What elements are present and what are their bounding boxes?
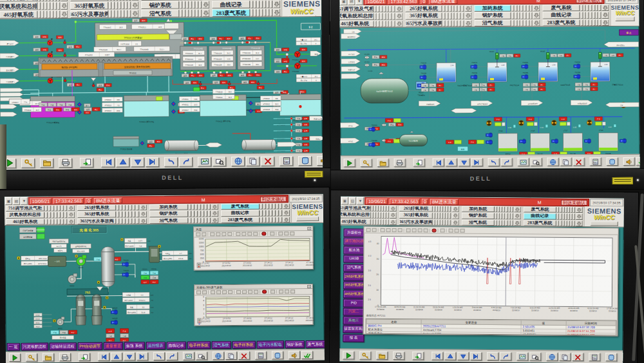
nav-segment-button[interactable]	[189, 9, 192, 17]
nav-button-465好氧系统[interactable]: 465好氧系统	[341, 219, 371, 225]
nav-segment-button[interactable]	[459, 20, 461, 26]
toolbar-runtime-start-button[interactable]	[343, 351, 354, 359]
nav-segment-button[interactable]	[186, 1, 189, 9]
nav-dropdown-button[interactable]	[390, 206, 397, 211]
toolbar-back-button[interactable]	[488, 158, 500, 166]
trendtool-filter-button[interactable]	[366, 228, 371, 231]
menu-button-一返[interactable]: 一 返	[7, 343, 20, 351]
nav-dropdown-button[interactable]	[533, 12, 540, 19]
nav-segment-button[interactable]	[41, 0, 44, 1]
toolbar-go-first-button[interactable]	[101, 157, 115, 167]
nav-segment-button[interactable]	[433, 206, 435, 211]
nav-segment-button[interactable]	[571, 213, 573, 219]
nav-segment-button[interactable]	[48, 205, 51, 211]
nav-dropdown-button[interactable]	[576, 221, 583, 226]
alarm-window-icon[interactable]: ▣	[340, 0, 347, 5]
trendtool-scale-button[interactable]	[285, 289, 289, 293]
nav-dropdown-button[interactable]	[283, 203, 290, 209]
nav-segment-button[interactable]	[208, 217, 211, 223]
nav-dropdown-button[interactable]	[395, 13, 402, 19]
trendtool-pause-button[interactable]	[418, 228, 422, 232]
toolbar-import-data-button[interactable]	[412, 351, 424, 360]
nav-segment-button[interactable]	[52, 219, 54, 224]
nav-segment-button[interactable]	[123, 218, 126, 224]
nav-segment-button[interactable]	[192, 217, 194, 223]
nav-segment-button[interactable]	[61, 212, 64, 218]
trend-plot[interactable]	[381, 236, 613, 308]
nav-segment-button[interactable]	[498, 213, 500, 219]
alarm-printer-icon[interactable]: ▤	[349, 197, 356, 205]
nav-segment-button[interactable]	[270, 210, 272, 216]
nav-segment-button[interactable]	[511, 220, 513, 226]
menu-button-锅炉系统[interactable]: 锅炉系统	[285, 340, 304, 348]
nav-segment-button[interactable]	[433, 213, 435, 219]
logo-small-button[interactable]	[591, 221, 618, 226]
logo-small-button[interactable]	[296, 217, 318, 221]
nav-segment-button[interactable]	[599, 5, 601, 11]
nav-dropdown-button[interactable]	[283, 217, 290, 222]
nav-button-废气系统[interactable]: 废气系统	[543, 5, 580, 12]
nav-segment-button[interactable]	[436, 206, 438, 211]
nav-segment-button[interactable]	[518, 19, 520, 26]
trendtool-scale-button[interactable]	[284, 231, 289, 235]
nav-segment-button[interactable]	[387, 219, 389, 225]
toolbar-picture-view-button[interactable]	[183, 352, 194, 360]
nav-segment-button[interactable]	[583, 5, 586, 11]
trendtool-print-button[interactable]	[270, 289, 275, 293]
trendtool-magnifier-button[interactable]	[236, 290, 241, 294]
nav-segment-button[interactable]	[115, 1, 118, 9]
nav-segment-button[interactable]	[273, 203, 276, 209]
nav-segment-button[interactable]	[117, 211, 119, 217]
toolbar-forward-button[interactable]	[501, 158, 513, 166]
nav-segment-button[interactable]	[374, 212, 375, 218]
nav-segment-button[interactable]	[267, 210, 269, 216]
toolbar-go-up-button[interactable]	[111, 353, 122, 361]
nav-segment-button[interactable]	[446, 206, 448, 212]
nav-segment-button[interactable]	[433, 219, 435, 225]
nav-segment-button[interactable]	[129, 211, 132, 217]
nav-segment-button[interactable]	[506, 213, 507, 219]
menu-button-电子秤系统[interactable]: 电子秤系统	[232, 341, 255, 349]
nav-button-265好氧系统[interactable]: 265好氧系统	[77, 205, 116, 211]
toolbar-web-navigator-button[interactable]	[213, 351, 224, 360]
nav-segment-button[interactable]	[560, 207, 562, 213]
nav-segment-button[interactable]	[443, 13, 446, 19]
nav-segment-button[interactable]	[503, 206, 505, 212]
nav-segment-button[interactable]	[439, 213, 440, 219]
nav-segment-button[interactable]	[125, 0, 128, 1]
nav-dropdown-button[interactable]	[68, 219, 75, 224]
manual-valve-icon[interactable]	[254, 41, 257, 44]
nav-segment-button[interactable]	[441, 219, 443, 225]
nav-button-465好氧系统[interactable]: 465好氧系统	[0, 10, 38, 18]
toolbar-web-navigator-button[interactable]	[546, 353, 558, 361]
nav-dropdown-button[interactable]	[464, 5, 471, 12]
nav-dropdown-button[interactable]	[211, 217, 218, 223]
toolbar-delete-button[interactable]	[238, 351, 250, 360]
nav-segment-button[interactable]	[390, 20, 392, 26]
nav-segment-button[interactable]	[58, 219, 61, 224]
trendtool-step-back-button[interactable]	[386, 228, 391, 231]
menu-button-温控报表[interactable]: 温控报表	[146, 342, 165, 349]
nav-segment-button[interactable]	[120, 211, 122, 217]
nav-segment-button[interactable]	[573, 207, 575, 213]
nav-button-365好氧系统[interactable]: 365好氧系统	[77, 211, 116, 218]
nav-segment-button[interactable]	[371, 206, 373, 211]
nav-segment-button[interactable]	[518, 12, 520, 19]
nav-button-751调节池及气柜[interactable]: 751调节池及气柜	[341, 205, 371, 211]
nav-segment-button[interactable]	[495, 220, 497, 226]
nav-segment-button[interactable]	[126, 211, 129, 217]
nav-segment-button[interactable]	[180, 1, 182, 9]
nav-segment-button[interactable]	[524, 5, 526, 12]
toolbar-forward-button[interactable]	[166, 352, 178, 360]
trendtool-stop-record-button[interactable]	[261, 232, 266, 236]
nav-segment-button[interactable]	[117, 218, 119, 224]
nav-segment-button[interactable]	[515, 19, 517, 26]
toolbar-database-button[interactable]	[605, 353, 617, 361]
nav-segment-button[interactable]	[257, 1, 260, 8]
nav-segment-button[interactable]	[511, 12, 514, 19]
nav-button-365好氧系统[interactable]: 365好氧系统	[70, 2, 108, 10]
nav-button-465好氧系统[interactable]: 465好氧系统	[339, 21, 374, 28]
nav-segment-button[interactable]	[374, 21, 377, 27]
nav-button-曲线记录[interactable]: 曲线记录	[543, 12, 580, 19]
nav-segment-button[interactable]	[521, 19, 524, 26]
